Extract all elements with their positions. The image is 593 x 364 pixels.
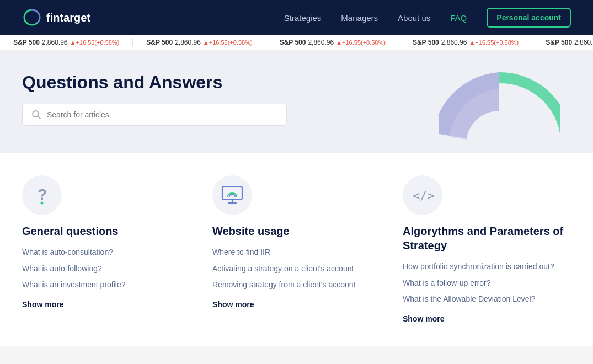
ticker-change: ▲+16.55(+0.58%) — [70, 39, 120, 46]
ticker-symbol: S&P 500 — [413, 39, 439, 46]
category-website-title: Website usage — [212, 224, 381, 238]
search-input[interactable] — [47, 110, 277, 119]
list-item: How portfolio synchronization is carried… — [403, 261, 571, 272]
ticker-change: ▲+16.55(+0.58%) — [336, 39, 386, 46]
svg-text:?: ? — [38, 186, 47, 203]
categories-grid: ? General questions What is auto-consult… — [22, 175, 571, 324]
ticker-item: S&P 500 2,860.96 ▲+16.55(+0.58%) — [532, 39, 593, 46]
list-item: Activating a strategy on a client's acco… — [212, 264, 381, 275]
list-item: Removing strategy from a client's accoun… — [212, 280, 381, 291]
algorithms-link-3[interactable]: What is the Allowable Deviation Level? — [403, 295, 535, 303]
algorithms-link-2[interactable]: What is a follow-up error? — [403, 279, 491, 287]
nav-strategies[interactable]: Strategies — [284, 13, 322, 23]
category-website-icon-circle — [212, 175, 252, 215]
list-item: What is auto-consultation? — [22, 247, 190, 258]
list-item: What is auto-following? — [22, 264, 190, 275]
list-item: What is the Allowable Deviation Level? — [403, 294, 571, 305]
general-link-1[interactable]: What is auto-consultation? — [22, 248, 113, 256]
website-link-2[interactable]: Activating a strategy on a client's acco… — [212, 264, 354, 273]
category-website: Website usage Where to find IIR Activati… — [212, 175, 381, 324]
content-section: ? General questions What is auto-consult… — [0, 153, 593, 346]
navbar: fintarget Strategies Managers About us F… — [0, 0, 593, 35]
logo-icon — [22, 8, 42, 28]
category-algorithms-title: Algorythms and Parameters of Strategy — [403, 224, 571, 253]
category-algorithms: </> Algorythms and Parameters of Strateg… — [403, 175, 571, 324]
ticker-price: 2,860.96 — [42, 39, 68, 46]
list-item: Where to find IIR — [212, 247, 381, 258]
ticker-item: S&P 500 2,860.96 ▲+16.55(+0.58%) — [266, 39, 399, 46]
ticker-item: S&P 500 2,860.96 ▲+16.55(+0.58%) — [399, 39, 532, 46]
question-icon: ? — [31, 184, 53, 206]
category-general-links: What is auto-consultation? What is auto-… — [22, 247, 190, 291]
general-link-3[interactable]: What is an investment profile? — [22, 280, 126, 289]
website-link-3[interactable]: Removing strategy from a client's accoun… — [212, 280, 355, 289]
list-item: What is an investment profile? — [22, 280, 190, 291]
general-show-more[interactable]: Show more — [22, 300, 63, 309]
ticker-bar: S&P 500 2,860.96 ▲+16.55(+0.58%) S&P 500… — [0, 35, 593, 50]
ticker-content: S&P 500 2,860.96 ▲+16.55(+0.58%) S&P 500… — [0, 39, 593, 46]
nav-about[interactable]: About us — [398, 13, 430, 23]
search-icon — [31, 110, 41, 120]
monitor-icon — [220, 184, 244, 206]
ticker-price: 2,860.96 — [441, 39, 467, 46]
website-link-1[interactable]: Where to find IIR — [212, 248, 270, 256]
category-website-links: Where to find IIR Activating a strategy … — [212, 247, 381, 291]
ticker-symbol: S&P 500 — [280, 39, 306, 46]
list-item: What is a follow-up error? — [403, 278, 571, 289]
ticker-symbol: S&P 500 — [546, 39, 572, 46]
ticker-symbol: S&P 500 — [146, 39, 173, 46]
code-icon: </> — [410, 184, 435, 206]
ticker-price: 2,860.96 — [574, 39, 593, 46]
general-link-2[interactable]: What is auto-following? — [22, 264, 102, 273]
category-general-title: General questions — [22, 224, 190, 238]
logo: fintarget — [22, 8, 90, 28]
search-bar — [22, 104, 287, 126]
hero-section: Questions and Answers — [0, 50, 593, 153]
ticker-change: ▲+16.55(+0.58%) — [469, 39, 519, 46]
svg-point-4 — [41, 202, 44, 205]
ticker-price: 2,860.96 — [308, 39, 334, 46]
ticker-change: ▲+16.55(+0.58%) — [203, 39, 253, 46]
category-general-icon-circle: ? — [22, 175, 62, 215]
algorithms-link-1[interactable]: How portfolio synchronization is carried… — [403, 262, 554, 271]
nav-faq[interactable]: FAQ — [450, 13, 467, 23]
ticker-item: S&P 500 2,860.96 ▲+16.55(+0.58%) — [133, 39, 266, 46]
category-general: ? General questions What is auto-consult… — [22, 175, 190, 324]
category-algorithms-links: How portfolio synchronization is carried… — [403, 261, 571, 305]
category-algorithms-icon-circle: </> — [403, 175, 442, 215]
ticker-price: 2,860.96 — [175, 39, 201, 46]
ticker-item: S&P 500 2,860.96 ▲+16.55(+0.58%) — [0, 39, 133, 46]
svg-line-1 — [38, 116, 41, 119]
logo-text: fintarget — [46, 12, 90, 24]
personal-account-button[interactable]: Personal account — [487, 8, 571, 28]
website-show-more[interactable]: Show more — [212, 300, 254, 309]
algorithms-show-more[interactable]: Show more — [403, 314, 444, 323]
hero-decoration — [439, 56, 560, 149]
svg-text:</>: </> — [413, 189, 435, 202]
nav-links: Strategies Managers About us FAQ Persona… — [284, 8, 571, 28]
ticker-symbol: S&P 500 — [13, 39, 40, 46]
decoration-chart — [439, 56, 560, 149]
nav-managers[interactable]: Managers — [341, 13, 378, 23]
